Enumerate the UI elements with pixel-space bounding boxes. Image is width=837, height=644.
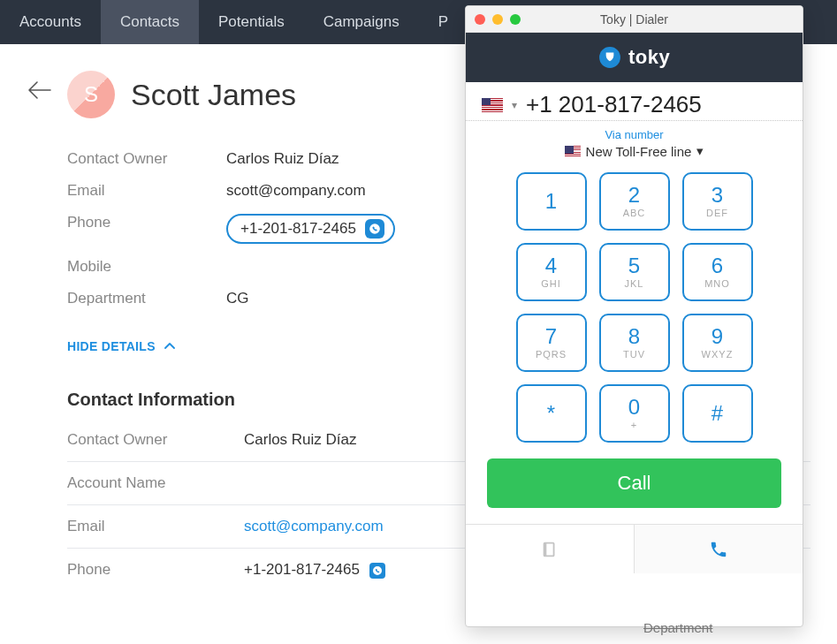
field-label: Account Name	[67, 474, 244, 492]
contact-name: Scott James	[131, 78, 296, 112]
phone-number: +1-201-817-2465	[240, 220, 356, 238]
field-label: Contact Owner	[67, 431, 244, 449]
phone-call-pill[interactable]: +1-201-817-2465	[226, 214, 395, 244]
field-value: Carlos Ruiz Díaz	[226, 150, 339, 168]
window-controls	[475, 14, 521, 25]
us-flag-icon	[482, 98, 503, 112]
key-digit: #	[711, 403, 723, 424]
call-button[interactable]: Call	[487, 458, 781, 508]
dial-number-input[interactable]: +1 201-817-2465	[526, 91, 787, 118]
field-value: Carlos Ruiz Díaz	[244, 431, 357, 449]
avatar-initial: S	[84, 82, 98, 107]
nav-tab-accounts[interactable]: Accounts	[0, 0, 101, 44]
key-digit: 1	[545, 191, 557, 212]
dial-input-row: ▾ +1 201-817-2465	[466, 82, 803, 121]
nav-tab-contacts[interactable]: Contacts	[101, 0, 199, 44]
keypad-key-9[interactable]: 9WXYZ	[682, 314, 753, 372]
field-label: Contact Owner	[67, 150, 226, 168]
keypad-key-2[interactable]: 2ABC	[599, 172, 670, 231]
nav-tab-potentials[interactable]: Potentials	[199, 0, 304, 44]
key-letters: WXYZ	[702, 349, 734, 360]
avatar: S	[67, 71, 115, 118]
key-letters: JKL	[625, 278, 644, 289]
key-digit: *	[547, 403, 555, 424]
field-label: Email	[67, 518, 244, 535]
key-digit: 2	[628, 185, 640, 206]
us-flag-icon	[565, 146, 581, 156]
via-line-dropdown[interactable]: New Toll-Free line ▾	[565, 143, 704, 159]
obscured-text: Department	[643, 620, 712, 635]
key-digit: 8	[628, 326, 640, 347]
chevron-up-icon	[164, 339, 175, 353]
close-window-button[interactable]	[475, 14, 485, 25]
key-digit: 7	[545, 326, 557, 347]
brand-text: toky	[628, 46, 670, 69]
keypad-key-4[interactable]: 4GHI	[516, 243, 587, 301]
keypad-key-6[interactable]: 6MNO	[682, 243, 753, 301]
via-line-name: New Toll-Free line	[586, 144, 692, 159]
chevron-down-icon: ▾	[696, 143, 704, 159]
keypad-key-*[interactable]: *	[516, 384, 587, 443]
nav-tab-more[interactable]: P	[419, 0, 468, 44]
hide-details-label: HIDE DETAILS	[67, 339, 156, 353]
keypad-key-1[interactable]: 1	[516, 172, 587, 231]
dialer-bottom-tabs	[466, 524, 803, 573]
dialer-window: Toky | Dialer toky ▾ +1 201-817-2465 Via…	[465, 5, 803, 627]
toky-icon	[365, 219, 384, 239]
field-label: Phone	[67, 561, 244, 579]
contacts-icon	[540, 540, 559, 559]
via-number-section: Via number New Toll-Free line ▾	[466, 121, 803, 167]
back-arrow-icon[interactable]	[27, 78, 51, 591]
key-digit: 4	[545, 255, 557, 277]
field-label: Department	[67, 290, 226, 307]
key-letters: TUV	[623, 349, 645, 360]
key-digit: 6	[711, 255, 723, 277]
key-digit: 5	[628, 255, 640, 277]
dialer-brand-header: toky	[466, 33, 803, 82]
field-label: Phone	[67, 214, 226, 244]
key-digit: 3	[711, 185, 723, 206]
maximize-window-button[interactable]	[510, 14, 521, 25]
hide-details-toggle[interactable]: HIDE DETAILS	[67, 339, 175, 353]
nav-tab-campaigns[interactable]: Campaigns	[304, 0, 419, 44]
keypad-key-3[interactable]: 3DEF	[682, 172, 753, 231]
key-letters: +	[631, 420, 637, 430]
phone-icon	[709, 540, 728, 559]
keypad-key-#[interactable]: #	[682, 384, 753, 443]
phone-number: +1-201-817-2465	[244, 561, 360, 578]
dialer-tab[interactable]	[635, 524, 803, 573]
keypad-key-0[interactable]: 0+	[599, 384, 670, 443]
key-letters: PQRS	[536, 349, 567, 360]
keypad-key-5[interactable]: 5JKL	[599, 243, 670, 301]
call-button-label: Call	[618, 472, 651, 495]
field-label: Mobile	[67, 258, 226, 276]
email-link[interactable]: scott@company.com	[244, 518, 384, 535]
toky-icon[interactable]	[369, 563, 385, 579]
field-value: scott@company.com	[226, 182, 366, 200]
key-letters: DEF	[706, 208, 728, 218]
keypad-key-8[interactable]: 8TUV	[599, 314, 670, 372]
key-letters: GHI	[541, 278, 561, 289]
country-dropdown[interactable]: ▾	[512, 99, 517, 111]
minimize-window-button[interactable]	[492, 14, 503, 25]
titlebar: Toky | Dialer	[466, 6, 803, 33]
toky-logo-icon	[598, 46, 621, 69]
keypad: 12ABC3DEF4GHI5JKL6MNO7PQRS8TUV9WXYZ*0+#	[466, 167, 803, 455]
field-label: Email	[67, 182, 226, 200]
field-value: CG	[226, 290, 249, 307]
contacts-tab[interactable]	[466, 524, 635, 573]
key-letters: ABC	[623, 208, 646, 218]
key-digit: 0	[628, 397, 640, 418]
key-letters: MNO	[704, 278, 730, 289]
field-value: +1-201-817-2465	[244, 561, 385, 579]
via-label: Via number	[466, 128, 803, 141]
key-digit: 9	[711, 326, 723, 347]
keypad-key-7[interactable]: 7PQRS	[516, 314, 587, 372]
